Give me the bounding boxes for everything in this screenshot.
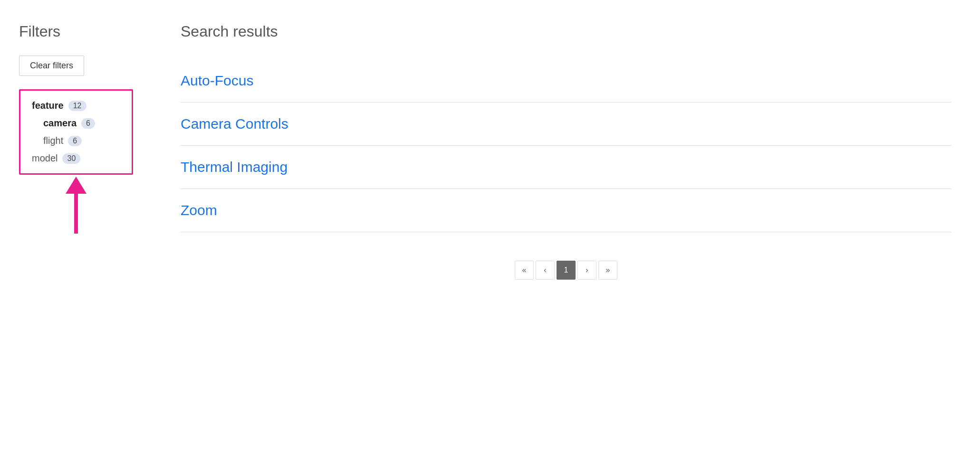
filter-item-feature[interactable]: feature 12 bbox=[32, 100, 120, 111]
pagination-last[interactable]: » bbox=[598, 261, 617, 280]
filter-label-flight: flight bbox=[43, 135, 63, 146]
results-title: Search results bbox=[181, 23, 951, 40]
result-item-auto-focus: Auto-Focus bbox=[181, 59, 951, 103]
filter-label-camera: camera bbox=[43, 118, 77, 129]
pagination-current[interactable]: 1 bbox=[557, 261, 576, 280]
result-link-thermal-imaging[interactable]: Thermal Imaging bbox=[181, 159, 288, 175]
result-link-auto-focus[interactable]: Auto-Focus bbox=[181, 73, 253, 88]
filter-item-model[interactable]: model 30 bbox=[32, 153, 120, 164]
arrow-shaft bbox=[74, 191, 78, 234]
filter-box: feature 12 camera 6 flight 6 model 30 bbox=[19, 89, 133, 175]
filter-badge-camera: 6 bbox=[81, 118, 95, 129]
filter-item-flight[interactable]: flight 6 bbox=[32, 135, 120, 146]
filter-badge-flight: 6 bbox=[68, 136, 82, 146]
result-link-camera-controls[interactable]: Camera Controls bbox=[181, 116, 288, 132]
result-item-zoom: Zoom bbox=[181, 189, 951, 232]
annotation-arrow bbox=[19, 177, 133, 234]
result-link-zoom[interactable]: Zoom bbox=[181, 202, 217, 218]
main-content: Search results Auto-Focus Camera Control… bbox=[152, 0, 980, 471]
result-item-thermal-imaging: Thermal Imaging bbox=[181, 146, 951, 189]
pagination: « ‹ 1 › » bbox=[181, 261, 951, 280]
sidebar-title: Filters bbox=[19, 23, 133, 40]
filter-badge-feature: 12 bbox=[68, 101, 86, 111]
filter-label-feature: feature bbox=[32, 100, 64, 111]
filter-badge-model: 30 bbox=[62, 153, 80, 164]
filter-item-camera[interactable]: camera 6 bbox=[32, 118, 120, 129]
pagination-first[interactable]: « bbox=[515, 261, 534, 280]
filter-label-model: model bbox=[32, 153, 58, 164]
clear-filters-button[interactable]: Clear filters bbox=[19, 56, 84, 76]
sidebar: Filters Clear filters feature 12 camera … bbox=[0, 0, 152, 471]
pagination-prev[interactable]: ‹ bbox=[536, 261, 555, 280]
pagination-next[interactable]: › bbox=[577, 261, 596, 280]
result-item-camera-controls: Camera Controls bbox=[181, 103, 951, 146]
